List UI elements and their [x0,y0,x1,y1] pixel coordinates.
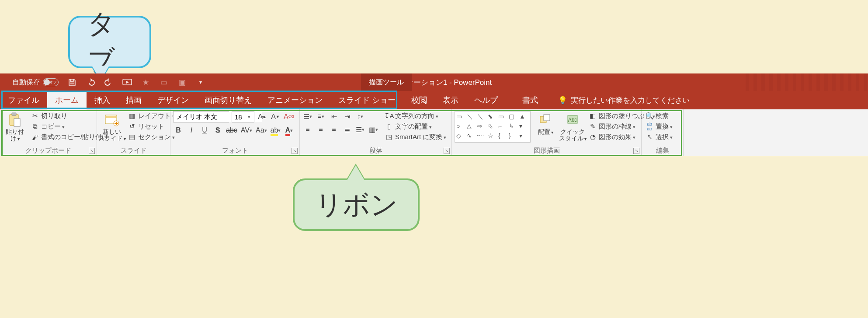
paste-button[interactable]: 貼り付け [3,111,27,143]
bullets-button[interactable]: ☰ [302,111,313,122]
shape-icon[interactable]: ▭ [456,113,466,122]
char-spacing-button[interactable]: AV [240,125,253,136]
autosave-toggle[interactable]: 自動保存 オフ [12,78,59,87]
tab-view[interactable]: 表示 [435,91,466,109]
clear-formatting-icon[interactable]: A⌫ [283,112,295,122]
align-left-button[interactable]: ≡ [302,124,313,135]
tab-slideshow[interactable]: スライド ショー [330,91,403,109]
shapes-gallery[interactable]: ▭＼＼⬊▭▢▲ ○△⇨⬁⌐↳▾ ◇∿〰☆{}▾ [455,111,531,143]
quick-styles-button[interactable]: Abc クイック スタイル [560,111,585,143]
svg-rect-2 [12,113,16,115]
drawing-launcher[interactable]: ↘ [633,148,639,154]
tab-draw[interactable]: 描画 [118,91,149,109]
convert-smartart-button[interactable]: ◳SmartArt に変換 [384,132,447,142]
font-size-combo[interactable]: ▾ [232,111,254,122]
font-color-button[interactable]: A [284,125,294,136]
shape-outline-label: 図形の枠線 [599,122,635,131]
shape-icon[interactable]: ⇨ [477,122,487,131]
shape-icon[interactable]: ▲ [519,113,529,122]
layout-button[interactable]: ▥レイアウト [127,111,176,121]
redo-icon[interactable] [104,77,114,87]
shape-icon[interactable]: } [509,132,518,141]
arrange-button[interactable]: 配置 [533,111,558,136]
numbering-button[interactable]: ≡ [316,111,326,122]
tab-file[interactable]: ファイル [0,91,47,109]
group-editing-label: 編集 [644,146,681,156]
save-icon[interactable] [67,77,77,87]
tab-transitions[interactable]: 画面切り替え [197,91,260,109]
toggle-off-icon[interactable]: オフ [43,78,59,86]
shape-icon[interactable]: 〰 [477,132,487,141]
qat-icon-c[interactable]: ▣ [177,77,187,87]
svg-text:Abc: Abc [568,117,577,123]
tab-design[interactable]: デザイン [149,91,197,109]
shape-effects-label: 図形の効果 [599,133,635,141]
shape-icon[interactable]: ▢ [509,113,518,122]
qat-icon-b[interactable]: ▭ [159,77,169,87]
italic-button[interactable]: I [186,125,197,136]
increase-indent-button[interactable]: ⇥ [342,111,352,122]
shape-icon[interactable]: △ [467,122,476,131]
change-case-button[interactable]: Aa [255,125,267,136]
tab-format[interactable]: 書式 [514,91,546,109]
reset-button[interactable]: ↺リセット [127,122,176,131]
bold-button[interactable]: B [173,125,184,136]
shape-icon[interactable]: ▭ [498,113,508,122]
clipboard-launcher[interactable]: ↘ [89,148,95,154]
select-button[interactable]: ↖選択 [644,132,674,142]
highlight-color-button[interactable]: ab [270,125,281,136]
undo-icon[interactable] [86,77,95,87]
strikethrough-button[interactable]: abc [226,125,238,136]
smartart-label: SmartArt に変換 [395,133,446,141]
tell-me-search[interactable]: 💡 実行したい作業を入力してください [558,91,690,109]
chevron-down-icon[interactable]: ▾ [245,114,253,120]
align-center-button[interactable]: ≡ [316,124,326,135]
shape-icon[interactable]: ∿ [467,132,476,141]
replace-button[interactable]: abac置換 [644,122,674,131]
text-direction-button[interactable]: ↧A文字列の方向 [384,111,447,121]
qat-icon-a[interactable]: ★ [141,77,150,87]
tab-insert[interactable]: 挿入 [87,91,118,109]
paragraph-launcher[interactable]: ↘ [444,148,450,154]
shape-gallery-more-icon[interactable]: ▾ [519,132,529,141]
tab-animations[interactable]: アニメーション [260,91,330,109]
group-drawing-label: 図形描画 [455,146,639,156]
line-spacing-button[interactable]: ↕ [355,111,365,122]
shape-icon[interactable]: { [498,132,508,141]
shape-icon[interactable]: ⬁ [488,122,497,131]
tab-review[interactable]: 校閲 [403,91,435,109]
qat-customize-icon[interactable]: ▾ [196,77,205,87]
text-direction-label: 文字列の方向 [395,112,438,120]
align-right-button[interactable]: ≡ [329,124,339,135]
shape-icon[interactable]: ↳ [509,122,518,131]
new-slide-button[interactable]: 新しい スライド [100,111,124,143]
shape-icon[interactable]: ◇ [456,132,466,141]
shadow-button[interactable]: S [212,125,223,136]
underline-button[interactable]: U [199,125,210,136]
shape-icon[interactable]: ＼ [477,113,487,122]
shape-icon[interactable]: ⬊ [488,113,497,122]
decrease-font-icon[interactable]: A▼ [270,112,281,122]
columns-button[interactable]: ▥ [368,124,378,135]
font-name-combo[interactable]: ▾ [173,111,229,122]
start-from-beginning-icon[interactable] [122,77,132,87]
shape-fill-icon: ◧ [588,112,597,120]
increase-font-icon[interactable]: A▲ [257,112,267,122]
shape-icon[interactable]: ☆ [488,132,497,141]
section-button[interactable]: ▤セクション [127,132,176,142]
decrease-indent-button[interactable]: ⇤ [329,111,339,122]
tab-home[interactable]: ホーム [47,91,87,109]
align-text-button[interactable]: ▯文字の配置 [384,122,447,131]
shape-icon[interactable]: ⌐ [498,122,508,131]
tab-help[interactable]: ヘルプ [466,91,506,109]
align-text-icon: ▯ [385,122,393,131]
find-button[interactable]: 🔍検索 [644,111,674,121]
shape-icon[interactable]: ＼ [467,113,476,122]
shape-icon[interactable]: ○ [456,122,466,131]
shape-outline-icon: ✎ [588,122,597,131]
shape-icon[interactable]: ▾ [519,122,529,131]
distribute-button[interactable]: ☰ [355,124,365,135]
font-size-input[interactable] [232,112,245,122]
justify-button[interactable]: ≣ [342,124,352,135]
font-launcher[interactable]: ↘ [292,148,298,154]
